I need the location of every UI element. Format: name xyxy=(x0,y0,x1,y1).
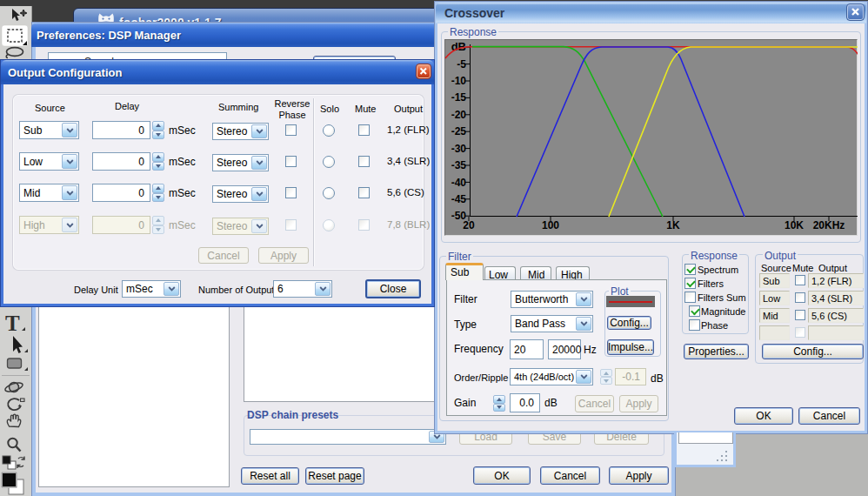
svg-text:20: 20 xyxy=(463,219,475,231)
svg-text:-15: -15 xyxy=(451,91,467,104)
svg-text:10K: 10K xyxy=(785,219,804,231)
svg-text:-20: -20 xyxy=(451,109,467,121)
svg-text:20KHz: 20KHz xyxy=(813,219,845,231)
svg-text:-30: -30 xyxy=(451,143,467,155)
svg-text:-25: -25 xyxy=(451,125,467,137)
svg-text:1K: 1K xyxy=(666,219,680,231)
svg-text:-5: -5 xyxy=(457,58,466,70)
svg-text:-35: -35 xyxy=(451,159,467,171)
svg-text:-40: -40 xyxy=(451,177,467,189)
svg-text:100: 100 xyxy=(542,219,559,231)
svg-text:-10: -10 xyxy=(451,75,467,87)
svg-text:-45: -45 xyxy=(451,193,467,205)
svg-text:T: T xyxy=(5,312,20,335)
